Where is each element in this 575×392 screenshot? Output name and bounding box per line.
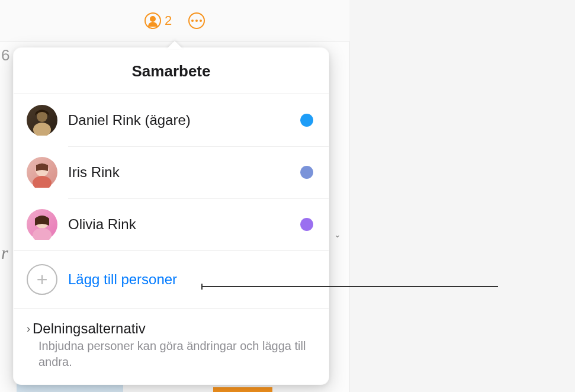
background-accent — [213, 387, 272, 392]
popover-title: Samarbete — [14, 48, 329, 94]
add-people-label: Lägg till personer — [68, 271, 177, 288]
participant-name: Iris Rink — [68, 164, 290, 181]
participant-row[interactable]: Iris Rink — [14, 146, 329, 198]
participants-list: Daniel Rink (ägare) Iris Rink Olivia Rin… — [14, 94, 329, 251]
participant-name: Olivia Rink — [68, 216, 290, 233]
sharing-options-description: Inbjudna personer kan göra ändringar och… — [27, 338, 316, 370]
status-dot — [300, 166, 313, 179]
svg-point-1 — [33, 123, 51, 136]
participant-row[interactable]: Olivia Rink — [14, 198, 329, 250]
person-icon — [144, 12, 161, 29]
chevron-right-icon: › — [27, 323, 30, 334]
sharing-options-title: Delningsalternativ — [33, 320, 146, 337]
status-dot — [300, 114, 313, 127]
avatar — [27, 157, 57, 188]
more-button[interactable] — [188, 12, 205, 29]
plus-icon: + — [27, 264, 57, 295]
avatar — [27, 209, 57, 240]
collaborator-count: 2 — [165, 13, 172, 28]
svg-point-5 — [33, 228, 52, 240]
sharing-options-button[interactable]: › Delningsalternativ Inbjudna personer k… — [14, 309, 329, 384]
svg-point-0 — [37, 111, 47, 122]
collaboration-popover: Samarbete Daniel Rink (ägare) Iris Rink … — [13, 47, 329, 385]
svg-point-3 — [33, 176, 52, 188]
add-people-button[interactable]: + Lägg till personer — [14, 251, 329, 309]
collaboration-button[interactable]: 2 — [144, 12, 172, 29]
toolbar: 2 — [0, 0, 349, 41]
background-text: 6 — [1, 46, 9, 65]
more-icon — [188, 12, 205, 29]
participant-row[interactable]: Daniel Rink (ägare) — [14, 94, 329, 146]
participant-name: Daniel Rink (ägare) — [68, 112, 290, 128]
callout-line — [202, 286, 498, 287]
background-text: r — [1, 243, 8, 263]
status-dot — [300, 218, 313, 231]
chevron-down-icon: ⌄ — [334, 230, 341, 239]
avatar — [27, 105, 57, 136]
